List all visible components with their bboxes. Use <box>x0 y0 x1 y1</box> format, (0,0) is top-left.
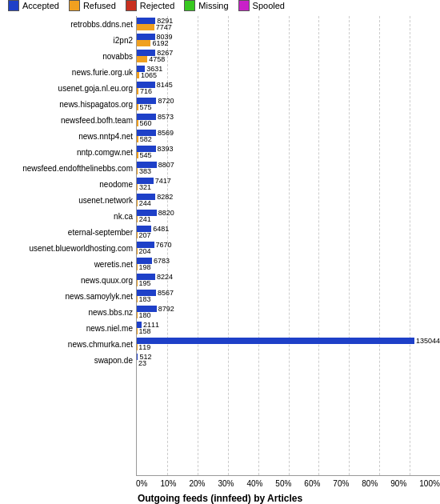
x-axis-label: 100% <box>419 479 440 488</box>
refused-bar <box>137 264 138 270</box>
row-label: eternal-september <box>0 224 136 240</box>
refused-bar <box>137 40 150 46</box>
bar-row: 8569582 <box>137 128 440 144</box>
bar-row: 7417321 <box>137 176 440 192</box>
x-axis-label: 0% <box>136 479 147 488</box>
refused-value: 545 <box>140 151 152 159</box>
refused-value: 183 <box>139 295 151 303</box>
bar-row: 8282244 <box>137 192 440 208</box>
refused-value: 4758 <box>149 55 165 63</box>
bar-row: 8145716 <box>137 80 440 96</box>
refused-value: 207 <box>139 231 151 239</box>
legend-color-box <box>238 0 250 11</box>
chart-title: Outgoing feeds (innfeed) by Articles <box>0 493 440 504</box>
refused-value: 575 <box>140 103 152 111</box>
refused-value: 6192 <box>152 39 168 47</box>
refused-bar <box>137 120 138 126</box>
refused-value: 204 <box>139 247 151 255</box>
bar-row: 2111158 <box>137 320 440 336</box>
bar-row: 7670204 <box>137 240 440 256</box>
refused-value: 241 <box>139 215 151 223</box>
legend-color-box <box>8 0 19 11</box>
legend: AcceptedRefusedRejectedMissingSpooled <box>8 0 440 11</box>
row-label: usenet.goja.nl.eu.org <box>0 80 136 96</box>
refused-value: 195 <box>139 279 151 287</box>
refused-value: 180 <box>139 311 151 319</box>
refused-bar <box>137 56 147 62</box>
row-label: newsfeed.endofthelinebbs.com <box>0 160 136 176</box>
refused-bar <box>137 88 138 94</box>
bar-row: 6783198 <box>137 256 440 272</box>
x-axis-label: 90% <box>390 479 406 488</box>
bar-row: 8573560 <box>137 112 440 128</box>
refused-bar <box>137 136 138 142</box>
refused-bar <box>137 312 138 318</box>
bars-column: 8291774780396192826747583631106581457168… <box>136 16 440 475</box>
row-label: news.furie.org.uk <box>0 64 136 80</box>
legend-item-accepted: Accepted <box>8 0 59 11</box>
legend-label: Missing <box>198 1 228 10</box>
row-label: neodome <box>0 176 136 192</box>
accepted-bar <box>137 338 414 344</box>
row-label: newsfeed.bofh.team <box>0 112 136 128</box>
legend-label: Rejected <box>140 1 174 10</box>
refused-value: 1065 <box>141 71 157 79</box>
x-axis-label: 70% <box>333 479 349 488</box>
legend-item-missing: Missing <box>184 0 228 11</box>
row-label: news.niel.me <box>0 320 136 336</box>
refused-value: 716 <box>140 87 152 95</box>
x-axis-label: 80% <box>362 479 378 488</box>
bar-row: 80396192 <box>137 32 440 48</box>
row-label: weretis.net <box>0 256 136 272</box>
row-label: retrobbs.ddns.net <box>0 16 136 32</box>
bar-row: 135044119 <box>137 336 440 352</box>
x-axis-labels: 0%10%20%30%40%50%60%70%80%90%100% <box>136 478 440 490</box>
bar-row: 51223 <box>137 352 440 368</box>
refused-bar <box>137 216 138 222</box>
x-axis-label: 10% <box>160 479 176 488</box>
refused-bar <box>137 232 138 238</box>
row-label: news.bbs.nz <box>0 304 136 320</box>
legend-item-refused: Refused <box>69 0 116 11</box>
x-axis-label: 40% <box>246 479 262 488</box>
x-axis-label: 20% <box>189 479 205 488</box>
refused-value: 321 <box>139 183 151 191</box>
x-axis-label: 60% <box>304 479 320 488</box>
accepted-bar <box>137 18 155 24</box>
bar-row: 8720575 <box>137 96 440 112</box>
row-label: news.samoylyk.net <box>0 288 136 304</box>
refused-value: 158 <box>138 327 150 335</box>
bar-row: 82674758 <box>137 48 440 64</box>
refused-bar <box>137 72 139 78</box>
refused-value: 383 <box>139 167 151 175</box>
bar-row: 8792180 <box>137 304 440 320</box>
labels-column: retrobbs.ddns.neti2pn2novabbsnews.furie.… <box>0 16 136 475</box>
refused-value: 198 <box>139 263 151 271</box>
legend-item-spooled: Spooled <box>238 0 285 11</box>
x-axis-label: 50% <box>275 479 291 488</box>
chart-container: AcceptedRefusedRejectedMissingSpooled re… <box>0 0 440 504</box>
refused-value: 23 <box>138 359 146 367</box>
refused-bar <box>137 184 138 190</box>
row-label: usenet.network <box>0 192 136 208</box>
x-axis-label: 30% <box>218 479 234 488</box>
row-label: novabbs <box>0 48 136 64</box>
bar-row: 8820241 <box>137 208 440 224</box>
refused-bar <box>137 152 138 158</box>
bar-row: 8807383 <box>137 160 440 176</box>
row-label: nk.ca <box>0 208 136 224</box>
legend-label: Spooled <box>253 1 285 10</box>
legend-item-rejected: Rejected <box>126 0 174 11</box>
legend-color-box <box>69 0 80 11</box>
refused-value: 7747 <box>156 23 172 31</box>
legend-color-box <box>126 0 137 11</box>
refused-bar <box>137 296 138 302</box>
bar-row: 8393545 <box>137 144 440 160</box>
refused-value: 560 <box>140 119 152 127</box>
refused-bar <box>137 280 138 286</box>
main-chart: retrobbs.ddns.neti2pn2novabbsnews.furie.… <box>0 16 440 475</box>
row-label: i2pn2 <box>0 32 136 48</box>
row-label: news.quux.org <box>0 272 136 288</box>
refused-value: 244 <box>139 199 151 207</box>
x-axis: 0%10%20%30%40%50%60%70%80%90%100% <box>136 475 440 490</box>
